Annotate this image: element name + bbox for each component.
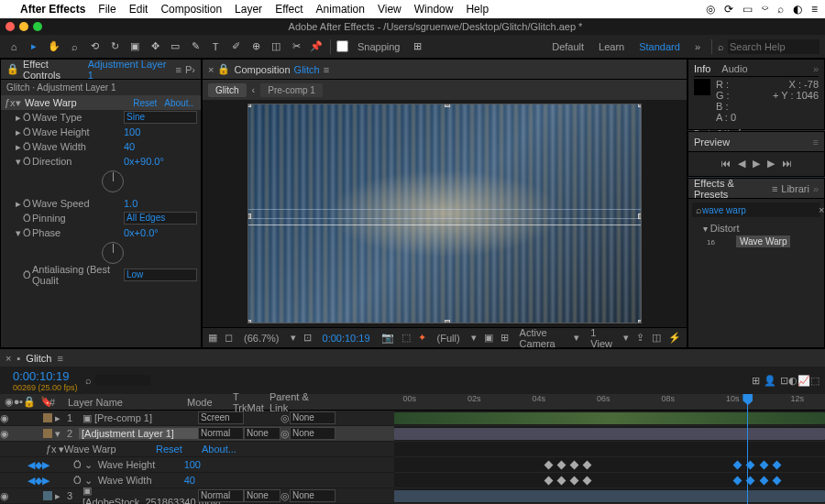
- orbit-tool-icon[interactable]: ⟲: [86, 38, 103, 55]
- lock-icon[interactable]: 🔒: [217, 63, 230, 75]
- wave-width-value[interactable]: 40: [124, 141, 197, 152]
- menu-extras-icon[interactable]: ≡: [811, 3, 818, 16]
- minimize-window-button[interactable]: [19, 22, 28, 31]
- eraser-tool-icon[interactable]: ◫: [268, 38, 284, 55]
- effect-row[interactable]: ƒx▾ Wave Warp Reset About...: [0, 442, 394, 457]
- sync-icon[interactable]: ⟳: [724, 3, 733, 16]
- channel-icon[interactable]: ⊡: [303, 332, 312, 344]
- clear-search-icon[interactable]: ×: [819, 204, 824, 215]
- crumb-glitch[interactable]: Glitch: [208, 83, 247, 97]
- menu-window[interactable]: Window: [414, 3, 454, 16]
- comp-mini-icon[interactable]: ⊞: [752, 375, 760, 387]
- folder-distort[interactable]: ▾ Distort: [688, 221, 824, 236]
- current-timecode[interactable]: 0:00:10:19: [13, 369, 78, 383]
- shy-icon[interactable]: 👤: [764, 375, 776, 387]
- phase-dial[interactable]: [102, 242, 124, 264]
- audio-tab[interactable]: Audio: [721, 63, 747, 74]
- zoom-tool-icon[interactable]: ⌕: [66, 38, 82, 55]
- motion-blur-icon[interactable]: ◐: [788, 375, 798, 387]
- antialias-select[interactable]: Low: [124, 268, 197, 281]
- effects-search-input[interactable]: [702, 205, 819, 215]
- timeline-search-input[interactable]: [95, 375, 150, 386]
- brush-tool-icon[interactable]: ✐: [227, 38, 244, 55]
- zoom-value[interactable]: (66.7%): [240, 333, 283, 344]
- view-icon[interactable]: ▣: [484, 332, 493, 344]
- wave-type-select[interactable]: Sine: [124, 111, 197, 124]
- prev-frame-icon[interactable]: ◀: [738, 158, 745, 170]
- pen-tool-icon[interactable]: ✎: [187, 38, 204, 55]
- res-icon[interactable]: ▾: [291, 332, 296, 344]
- composition-viewer[interactable]: [203, 100, 687, 327]
- about-link[interactable]: About..: [160, 98, 197, 108]
- camera-tool-icon[interactable]: ▣: [126, 38, 143, 55]
- last-frame-icon[interactable]: ⏭: [782, 158, 792, 170]
- crumb-precomp[interactable]: Pre-comp 1: [260, 83, 323, 97]
- first-frame-icon[interactable]: ⏮: [720, 158, 731, 170]
- menu-composition[interactable]: Composition: [160, 3, 222, 16]
- timeline-tab[interactable]: Glitch: [26, 353, 51, 364]
- views-select[interactable]: 1 View: [587, 327, 616, 349]
- effect-header[interactable]: ƒx▾ Wave Warp Reset About..: [1, 95, 201, 110]
- clone-tool-icon[interactable]: ⊕: [248, 38, 264, 55]
- shape-tool-icon[interactable]: ▭: [167, 38, 183, 55]
- mask-icon[interactable]: ◻: [225, 332, 233, 344]
- layer-row-3[interactable]: ◉ ▸3 ▣ [AdobeStock_251863340.mov] Normal…: [0, 488, 394, 504]
- search-icon[interactable]: ⌕: [777, 3, 784, 16]
- type-tool-icon[interactable]: T: [207, 38, 224, 55]
- pinning-select[interactable]: All Edges: [124, 212, 197, 225]
- 3d-icon[interactable]: ◫: [652, 332, 661, 344]
- camera-select[interactable]: Active Camera: [516, 327, 567, 349]
- workspace-default[interactable]: Default: [546, 41, 589, 52]
- snapshot-icon[interactable]: 📷: [381, 332, 394, 344]
- lock-icon[interactable]: 🔒: [6, 63, 19, 75]
- fast-preview-icon[interactable]: ⚡: [668, 332, 681, 344]
- layer-row-1[interactable]: ◉ ▸1 ▣ [Pre-comp 1] Screen ◎None: [0, 411, 394, 426]
- menu-help[interactable]: Help: [466, 3, 489, 16]
- wifi-icon[interactable]: ⌔: [762, 3, 768, 16]
- zoom-window-button[interactable]: [33, 22, 42, 31]
- effect-wave-warp[interactable]: Wave Warp: [736, 236, 791, 247]
- menu-file[interactable]: File: [98, 3, 116, 16]
- cc-icon[interactable]: ◎: [706, 3, 715, 16]
- graph-icon[interactable]: 📈: [798, 375, 810, 387]
- menu-edit[interactable]: Edit: [129, 3, 148, 16]
- prop-row-height[interactable]: ◀◆▶ Ö ⌄ Wave Height 100: [0, 457, 394, 473]
- composition-tab[interactable]: ×🔒 Composition Glitch ≡: [203, 60, 687, 80]
- wave-speed-value[interactable]: 1.0: [124, 198, 197, 209]
- wave-height-value[interactable]: 100: [124, 126, 197, 137]
- share-icon[interactable]: ⇪: [636, 332, 644, 344]
- snapping-checkbox[interactable]: [336, 40, 348, 52]
- draft3d-icon[interactable]: ⬚: [810, 375, 820, 387]
- guides-icon[interactable]: ⊞: [500, 332, 509, 344]
- workspace-more-icon[interactable]: »: [689, 41, 706, 52]
- menu-view[interactable]: View: [378, 3, 402, 16]
- snap-options-icon[interactable]: ⊞: [410, 38, 426, 55]
- close-window-button[interactable]: [6, 22, 15, 31]
- menu-layer[interactable]: Layer: [235, 3, 262, 16]
- lock-icon[interactable]: ▪: [16, 353, 20, 364]
- display-icon[interactable]: ▭: [742, 3, 753, 16]
- playhead[interactable]: [747, 394, 748, 504]
- selection-tool-icon[interactable]: ▸: [26, 38, 42, 55]
- home-icon[interactable]: ⌂: [6, 38, 22, 55]
- effects-search[interactable]: ⌕ ×: [692, 203, 820, 217]
- menu-effect[interactable]: Effect: [275, 3, 302, 16]
- puppet-tool-icon[interactable]: 📌: [308, 38, 324, 55]
- timeline-search-icon[interactable]: ⌕: [85, 375, 92, 386]
- reset-link[interactable]: Reset: [129, 98, 160, 108]
- anchor-tool-icon[interactable]: ✥: [147, 38, 163, 55]
- direction-value[interactable]: 0x+90.0°: [124, 156, 197, 167]
- roto-tool-icon[interactable]: ✂: [288, 38, 304, 55]
- effect-controls-tab[interactable]: 🔒 Effect Controls Adjustment Layer 1 ≡ P…: [1, 60, 201, 80]
- play-icon[interactable]: ▶: [753, 158, 760, 170]
- next-frame-icon[interactable]: ▶: [767, 158, 775, 170]
- rotation-tool-icon[interactable]: ↻: [106, 38, 123, 55]
- menu-animation[interactable]: Animation: [316, 3, 365, 16]
- hand-tool-icon[interactable]: ✋: [46, 38, 62, 55]
- control-center-icon[interactable]: ◐: [793, 3, 802, 16]
- resolution-select[interactable]: (Full): [434, 333, 464, 344]
- timecode-display[interactable]: 0:00:10:19: [319, 333, 374, 344]
- timeline-tracks[interactable]: 00s 02s 04s 06s 08s 10s 12s: [394, 394, 825, 504]
- workspace-learn[interactable]: Learn: [593, 41, 630, 52]
- canvas[interactable]: [248, 104, 642, 323]
